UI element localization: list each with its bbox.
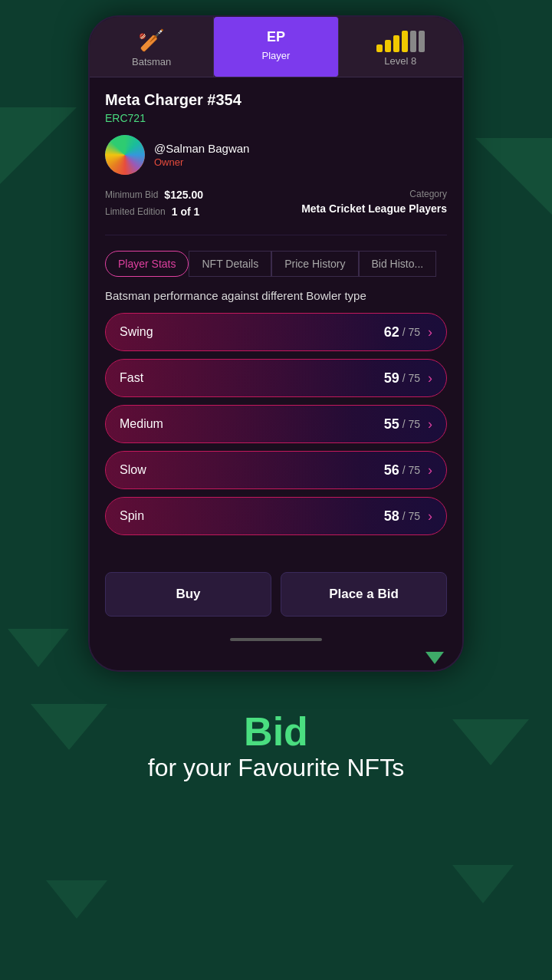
stat-fast: Fast 59 / 75 ›	[105, 359, 447, 397]
chevron-right-icon-medium: ›	[428, 416, 432, 432]
category-value: Meta Cricket League Players	[301, 202, 447, 215]
level-bar-4	[402, 31, 408, 52]
stat-score-slow: 56	[384, 462, 399, 478]
content-tabs: Player Stats NFT Details Price History B…	[105, 251, 447, 277]
level-bar-6	[419, 31, 425, 52]
tri-bottom-right	[452, 865, 514, 903]
tab-bid-history[interactable]: Bid Histo...	[359, 251, 437, 277]
stat-score-medium: 55	[384, 416, 399, 432]
meta-right: Category Meta Cricket League Players	[301, 189, 447, 215]
stat-max-medium: / 75	[399, 418, 420, 430]
tab-player[interactable]: EP Player	[214, 17, 338, 77]
stat-label-swing: Swing	[120, 325, 384, 339]
meta-row: Minimum Bid $125.00 Limited Edition 1 of…	[105, 189, 447, 235]
stat-max-swing: / 75	[399, 326, 420, 338]
tab-batsman[interactable]: 🏏 Batsman	[90, 17, 214, 77]
limited-edition-label: Limited Edition	[105, 206, 166, 217]
buy-button[interactable]: Buy	[105, 572, 271, 617]
level-bar-5	[410, 31, 416, 52]
batsman-icon: 🏏	[138, 28, 165, 53]
limited-edition-value: 1 of 1	[172, 206, 200, 218]
stat-score-swing: 62	[384, 324, 399, 340]
phone-frame: 🏏 Batsman EP Player Level 8 Meta Charger…	[88, 15, 464, 672]
owner-role: Owner	[154, 156, 249, 168]
stat-bar-slow: Slow 56 / 75 ›	[105, 451, 447, 489]
stat-score-spin: 58	[384, 508, 399, 525]
stat-bar-spin: Spin 58 / 75 ›	[105, 497, 447, 535]
place-bid-button[interactable]: Place a Bid	[281, 572, 447, 617]
avatar-image	[105, 135, 145, 175]
bg-decoration-tr	[475, 138, 552, 230]
minimum-bid-value: $125.00	[164, 189, 203, 201]
bottom-arrow-icon	[426, 652, 444, 664]
stat-bar-swing: Swing 62 / 75 ›	[105, 313, 447, 351]
stat-max-slow: / 75	[399, 464, 420, 476]
owner-info: @Salman Bagwan Owner	[154, 142, 249, 168]
minimum-bid-item: Minimum Bid $125.00	[105, 189, 203, 201]
nft-standard: ERC721	[105, 112, 447, 124]
top-tabs: 🏏 Batsman EP Player Level 8	[90, 17, 462, 77]
tab-price-history[interactable]: Price History	[271, 251, 358, 277]
tab-level[interactable]: Level 8	[339, 17, 462, 77]
nft-title: Meta Charger #354	[105, 91, 447, 109]
level-bar-2	[385, 40, 391, 52]
stat-score-fast: 59	[384, 370, 399, 386]
stat-label-spin: Spin	[120, 509, 384, 523]
tab-level-label: Level 8	[384, 55, 416, 67]
scroll-indicator	[230, 638, 322, 641]
bg-decoration-ml	[8, 629, 69, 667]
level-bar-3	[393, 35, 399, 52]
chevron-right-icon-swing: ›	[428, 324, 432, 340]
minimum-bid-label: Minimum Bid	[105, 189, 158, 200]
stat-label-slow: Slow	[120, 463, 384, 477]
tab-batsman-label: Batsman	[132, 56, 171, 67]
bg-decoration-bl	[31, 704, 107, 750]
stat-bar-fast: Fast 59 / 75 ›	[105, 359, 447, 397]
owner-avatar	[105, 135, 145, 175]
stat-medium: Medium 55 / 75 ›	[105, 405, 447, 443]
nft-card: Meta Charger #354 ERC721 @Salman Bagwan …	[90, 77, 462, 557]
stat-label-medium: Medium	[120, 417, 384, 431]
category-label: Category	[301, 189, 447, 199]
action-row: Buy Place a Bid	[90, 557, 462, 632]
stat-max-spin: / 75	[399, 510, 420, 522]
stat-label-fast: Fast	[120, 371, 384, 385]
level-bars-icon	[376, 28, 425, 52]
stat-spin: Spin 58 / 75 ›	[105, 497, 447, 535]
bottom-indicator	[90, 632, 462, 647]
bg-decoration-tl	[0, 107, 77, 199]
stat-bar-medium: Medium 55 / 75 ›	[105, 405, 447, 443]
ep-badge-icon: EP	[261, 28, 291, 47]
stat-swing: Swing 62 / 75 ›	[105, 313, 447, 351]
owner-row: @Salman Bagwan Owner	[105, 135, 447, 175]
owner-name: @Salman Bagwan	[154, 142, 249, 155]
tri-bottom-left	[46, 880, 107, 919]
tab-player-stats[interactable]: Player Stats	[105, 251, 189, 277]
tab-player-label: Player	[262, 50, 291, 61]
chevron-right-icon-slow: ›	[428, 462, 432, 478]
chevron-right-icon-spin: ›	[428, 508, 432, 525]
stats-section-title: Batsman performance against different Bo…	[105, 289, 447, 302]
bg-decoration-br	[452, 719, 529, 765]
chevron-right-icon-fast: ›	[428, 370, 432, 386]
limited-edition-item: Limited Edition 1 of 1	[105, 206, 203, 218]
stat-slow: Slow 56 / 75 ›	[105, 451, 447, 489]
tab-nft-details[interactable]: NFT Details	[189, 251, 271, 277]
stat-max-fast: / 75	[399, 372, 420, 384]
meta-left: Minimum Bid $125.00 Limited Edition 1 of…	[105, 189, 203, 222]
level-bar-1	[376, 44, 383, 52]
